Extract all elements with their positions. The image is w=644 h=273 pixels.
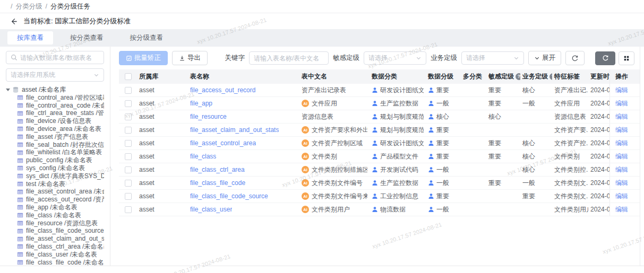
table-name-link[interactable]: file_asset_control_area: [190, 139, 256, 147]
cell-data-grade: 核心: [436, 112, 449, 121]
tree-item[interactable]: file_class /未命名表: [17, 212, 104, 219]
row-checkbox[interactable]: [125, 127, 132, 134]
tree-item[interactable]: file_device_area /未命名表: [17, 125, 104, 133]
table-row: asset file_access_out_record AI 资产准出记录表 …: [119, 84, 640, 97]
person-icon: [428, 153, 434, 160]
row-checkbox[interactable]: [125, 113, 132, 120]
tree-item[interactable]: file_class_ctrl_area /未命名表: [17, 243, 104, 251]
cell-feature-tag: 文件资产要..: [552, 126, 588, 135]
cell-feature-tag: 资源信息表: [552, 112, 588, 121]
cell-business-grade: 核心: [520, 139, 552, 148]
tree-item-label: file_ctrl_area_tree_stats /管控区域...: [26, 109, 104, 117]
scrollbar-track[interactable]: [640, 47, 644, 266]
edit-link[interactable]: 编辑: [615, 205, 628, 214]
row-checkbox[interactable]: [125, 153, 132, 160]
keyword-input[interactable]: [249, 51, 329, 65]
tree-item[interactable]: file_control_area_code /未命名表: [17, 102, 104, 110]
tree-item[interactable]: file_control_area /管控区域表: [17, 94, 104, 102]
select-all-checkbox[interactable]: [125, 73, 132, 80]
expand-filters-button[interactable]: 展开: [528, 51, 561, 65]
table-name-link[interactable]: file_class_ctrl_area: [190, 166, 245, 173]
back-button[interactable]: [7, 15, 19, 27]
table-icon: [17, 157, 23, 164]
tree-item[interactable]: file_device /设备信息表: [17, 117, 104, 125]
table-name-link[interactable]: file_class_user: [190, 206, 232, 213]
tab-by-database[interactable]: 按库查看: [7, 31, 53, 45]
sidebar-search-input[interactable]: [20, 54, 99, 61]
arrow-left-icon: [10, 17, 18, 25]
tree-item[interactable]: file_asset_control_area /未命名表: [17, 188, 104, 196]
table-row: asset file_asset_claim_and_out_stats AI …: [119, 124, 640, 137]
tree-item[interactable]: file_seal_batch /封存批次信息表（...: [17, 141, 104, 149]
sensitive-grade-select[interactable]: 请选择: [364, 51, 426, 65]
table-name-link[interactable]: file_class: [190, 153, 216, 160]
tree-item[interactable]: file_resource /资源信息表: [17, 219, 104, 227]
batch-correct-button[interactable]: 批量矫正: [119, 51, 168, 65]
tab-by-classification[interactable]: 按分类查看: [61, 31, 113, 45]
col-business-grade: 业务定级: [520, 72, 552, 81]
tree-item[interactable]: file_asset_claim_and_out_stats /未...: [17, 235, 104, 243]
tree-root-asset[interactable]: asset /未命名库: [6, 86, 104, 94]
table-name-link[interactable]: file_resource: [190, 113, 227, 120]
tree-item[interactable]: file_asset /资产信息表: [17, 133, 104, 141]
tree-item[interactable]: file_app /未命名表: [17, 204, 104, 212]
standard-bar: 当前标准: 国家工信部分类分级标准: [0, 13, 644, 29]
tree-item-label: file_class_file_code_source /未命名表: [26, 227, 104, 235]
person-icon: [372, 127, 378, 133]
database-tree: asset /未命名库 file_control_area /管控区域表 fil…: [6, 86, 104, 266]
tree-item[interactable]: test /未命名表: [17, 180, 104, 188]
edit-link[interactable]: 编辑: [615, 165, 628, 174]
expand-caret-icon[interactable]: [6, 89, 10, 91]
grid-view-button[interactable]: [619, 51, 634, 65]
cell-feature-tag: 文件类别文..: [552, 179, 588, 188]
breadcrumb-item-classification[interactable]: 分类分级: [15, 2, 42, 11]
row-checkbox[interactable]: [125, 193, 132, 200]
edit-link[interactable]: 编辑: [615, 99, 628, 108]
table-icon: [17, 110, 23, 117]
edit-link[interactable]: 编辑: [615, 86, 628, 95]
tab-by-grade[interactable]: 按分级查看: [121, 31, 173, 45]
export-button[interactable]: 导出: [172, 51, 208, 65]
edit-link[interactable]: 编辑: [615, 152, 628, 161]
tree-item[interactable]: sys_config /未命名表: [17, 164, 104, 172]
cell-update-time: 2024-08: [588, 113, 609, 120]
row-checkbox[interactable]: [125, 87, 132, 94]
table-name-link[interactable]: file_access_out_record: [190, 86, 255, 94]
tree-item[interactable]: public_config /未命名表: [17, 156, 104, 164]
edit-link[interactable]: 编辑: [615, 112, 628, 121]
table-name-link[interactable]: file_class_file_code_source: [190, 192, 268, 200]
cell-data-grade: 一般: [436, 99, 449, 108]
row-checkbox[interactable]: [125, 206, 132, 213]
business-grade-select[interactable]: 请选择: [461, 51, 524, 65]
tree-item[interactable]: file_whitelist /白名单策略表: [17, 148, 104, 156]
table-icon: [17, 173, 23, 179]
row-checkbox[interactable]: [125, 100, 132, 107]
table-icon: [17, 259, 23, 266]
row-checkbox[interactable]: [125, 166, 132, 173]
chevron-down-icon: [93, 72, 99, 78]
row-checkbox[interactable]: [125, 140, 132, 147]
edit-link[interactable]: 编辑: [615, 139, 628, 148]
tree-item[interactable]: file_class_user /未命名表: [17, 251, 104, 259]
tree-item[interactable]: file_class_file_code_source /未命名表: [17, 227, 104, 235]
person-icon: [372, 193, 378, 199]
list-view-toggle-button[interactable]: [595, 51, 615, 65]
edit-link[interactable]: 编辑: [615, 192, 628, 201]
person-icon: [372, 153, 378, 160]
tree-item[interactable]: file_class_file_code /未命名表: [17, 259, 104, 266]
app-system-select[interactable]: 请选择应用系统: [6, 68, 104, 82]
edit-link[interactable]: 编辑: [615, 126, 628, 135]
breadcrumb-separator: /: [45, 3, 47, 10]
info-icon[interactable]: [516, 73, 520, 80]
edit-link[interactable]: 编辑: [615, 179, 628, 188]
table-name-link[interactable]: file_asset_claim_and_out_stats: [190, 126, 279, 134]
table-name-link[interactable]: file_class_file_code: [190, 179, 245, 187]
toolbar: 批量矫正 导出 关键字 敏感定级 请选择 业务定级 请选择: [119, 51, 640, 65]
tree-item[interactable]: file_access_out_record /资产准出记...: [17, 196, 104, 204]
refresh-button[interactable]: [565, 51, 585, 65]
col-data-grade: 数据分级: [426, 72, 461, 81]
tree-item[interactable]: sys_dict /系统字典表SYS_DICT: [17, 172, 104, 180]
tree-item[interactable]: file_ctrl_area_tree_stats /管控区域...: [17, 109, 104, 117]
table-name-link[interactable]: file_app: [190, 100, 212, 107]
row-checkbox[interactable]: [125, 180, 132, 187]
